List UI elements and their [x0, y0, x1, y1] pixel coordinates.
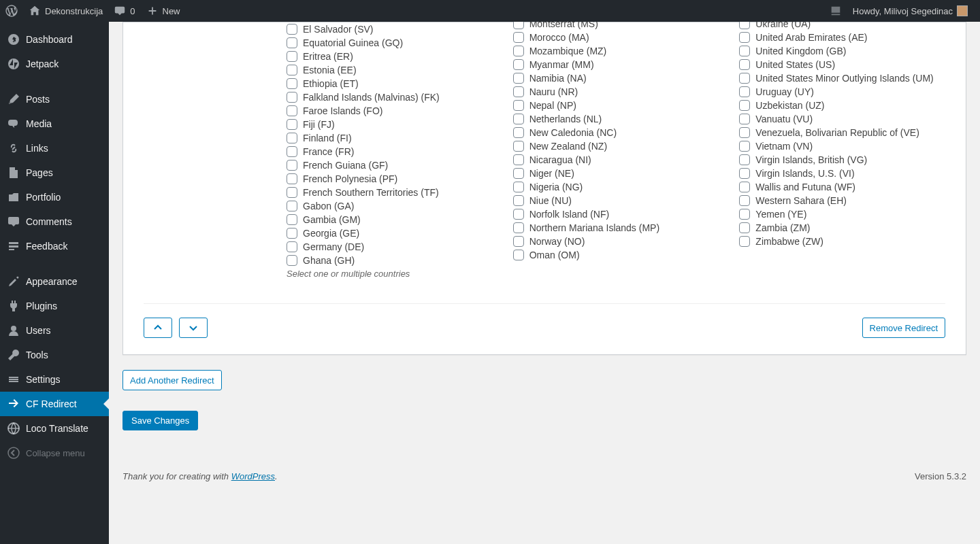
country-checkbox[interactable]: [739, 100, 750, 111]
country-checkbox-row[interactable]: United Arab Emirates (AE): [739, 31, 938, 44]
country-checkbox[interactable]: [513, 114, 524, 124]
add-another-redirect-button[interactable]: Add Another Redirect: [122, 370, 222, 390]
sidebar-item-tools[interactable]: Tools: [0, 343, 109, 367]
wordpress-link[interactable]: WordPress: [231, 471, 275, 481]
country-checkbox[interactable]: [287, 51, 297, 62]
country-checkbox-row[interactable]: Gabon (GA): [287, 199, 486, 213]
country-checkbox-row[interactable]: French Guiana (GF): [287, 158, 486, 172]
country-checkbox[interactable]: [739, 114, 750, 124]
country-checkbox[interactable]: [513, 222, 524, 233]
country-checkbox-row[interactable]: Finland (FI): [287, 131, 486, 145]
country-checkbox[interactable]: [287, 119, 297, 130]
country-checkbox-row[interactable]: France (FR): [287, 145, 486, 158]
country-checkbox-row[interactable]: Oman (OM): [513, 248, 713, 262]
country-checkbox[interactable]: [287, 92, 297, 103]
country-checkbox[interactable]: [287, 228, 297, 239]
country-checkbox-row[interactable]: Georgia (GE): [287, 226, 486, 240]
country-checkbox[interactable]: [513, 73, 524, 84]
country-checkbox-row[interactable]: Zimbabwe (ZW): [739, 235, 938, 248]
account-link[interactable]: Howdy, Milivoj Segedinac: [847, 0, 973, 22]
remove-redirect-button[interactable]: Remove Redirect: [862, 318, 945, 338]
sidebar-item-appearance[interactable]: Appearance: [0, 269, 109, 294]
sidebar-item-jetpack[interactable]: Jetpack: [0, 52, 109, 76]
country-checkbox-row[interactable]: Nicaragua (NI): [513, 153, 713, 167]
country-checkbox-row[interactable]: Virgin Islands, British (VG): [739, 153, 938, 167]
country-checkbox-row[interactable]: French Southern Territories (TF): [287, 186, 486, 199]
country-checkbox[interactable]: [513, 209, 524, 220]
country-checkbox[interactable]: [513, 32, 524, 43]
sidebar-item-links[interactable]: Links: [0, 136, 109, 160]
inbox-link[interactable]: [824, 0, 847, 22]
save-changes-button[interactable]: Save Changes: [122, 411, 198, 430]
country-checkbox[interactable]: [739, 182, 750, 192]
country-checkbox[interactable]: [513, 195, 524, 206]
country-checkbox[interactable]: [513, 86, 524, 97]
sidebar-item-portfolio[interactable]: Portfolio: [0, 185, 109, 209]
country-checkbox-row[interactable]: Norway (NO): [513, 235, 713, 248]
comments-link[interactable]: 0: [108, 0, 140, 22]
country-checkbox-row[interactable]: New Zealand (NZ): [513, 139, 713, 153]
country-checkbox[interactable]: [287, 24, 297, 35]
country-checkbox-row[interactable]: Niue (NU): [513, 194, 713, 207]
sidebar-item-pages[interactable]: Pages: [0, 160, 109, 185]
sidebar-item-posts[interactable]: Posts: [0, 87, 109, 112]
country-checkbox-row[interactable]: New Caledonia (NC): [513, 126, 713, 139]
country-checkbox[interactable]: [739, 127, 750, 138]
country-checkbox-row[interactable]: United Kingdom (GB): [739, 44, 938, 58]
country-checkbox[interactable]: [739, 209, 750, 220]
sidebar-item-settings[interactable]: Settings: [0, 367, 109, 392]
sidebar-item-collapse[interactable]: Collapse menu: [0, 441, 109, 465]
country-checkbox-row[interactable]: Yemen (YE): [739, 207, 938, 221]
country-checkbox[interactable]: [513, 46, 524, 56]
country-checkbox[interactable]: [513, 168, 524, 179]
sidebar-item-users[interactable]: Users: [0, 318, 109, 343]
sidebar-item-plugins[interactable]: Plugins: [0, 294, 109, 318]
country-checkbox[interactable]: [513, 250, 524, 260]
country-checkbox[interactable]: [287, 201, 297, 211]
country-checkbox-row[interactable]: Western Sahara (EH): [739, 194, 938, 207]
country-checkbox[interactable]: [513, 141, 524, 152]
sidebar-item-comments[interactable]: Comments: [0, 209, 109, 234]
country-checkbox[interactable]: [287, 65, 297, 75]
country-checkbox-row[interactable]: Fiji (FJ): [287, 118, 486, 131]
country-checkbox[interactable]: [287, 187, 297, 198]
country-checkbox[interactable]: [287, 255, 297, 266]
new-content-link[interactable]: New: [141, 0, 186, 22]
country-checkbox-row[interactable]: Norfolk Island (NF): [513, 207, 713, 221]
wp-logo[interactable]: [0, 0, 23, 22]
country-checkbox-row[interactable]: Ethiopia (ET): [287, 77, 486, 90]
sidebar-item-dashboard[interactable]: Dashboard: [0, 27, 109, 52]
move-up-button[interactable]: [144, 318, 172, 338]
country-checkbox[interactable]: [287, 214, 297, 225]
country-checkbox-row[interactable]: Wallis and Futuna (WF): [739, 180, 938, 194]
country-checkbox[interactable]: [513, 154, 524, 165]
country-checkbox[interactable]: [739, 154, 750, 165]
country-checkbox[interactable]: [739, 86, 750, 97]
country-checkbox[interactable]: [739, 222, 750, 233]
country-checkbox[interactable]: [739, 59, 750, 70]
country-checkbox[interactable]: [513, 100, 524, 111]
country-checkbox[interactable]: [739, 236, 750, 247]
country-checkbox-row[interactable]: Venezuela, Bolivarian Republic of (VE): [739, 126, 938, 139]
country-checkbox-row[interactable]: Myanmar (MM): [513, 58, 713, 71]
country-checkbox-row[interactable]: United States (US): [739, 58, 938, 71]
country-checkbox[interactable]: [287, 146, 297, 157]
country-checkbox[interactable]: [287, 241, 297, 252]
country-checkbox-row[interactable]: Northern Mariana Islands (MP): [513, 221, 713, 235]
country-checkbox[interactable]: [513, 127, 524, 138]
country-checkbox-row[interactable]: Nigeria (NG): [513, 180, 713, 194]
country-checkbox-row[interactable]: Nauru (NR): [513, 85, 713, 99]
move-down-button[interactable]: [179, 318, 208, 338]
country-checkbox[interactable]: [739, 168, 750, 179]
country-checkbox-row[interactable]: Mozambique (MZ): [513, 44, 713, 58]
country-checkbox[interactable]: [513, 236, 524, 247]
country-checkbox[interactable]: [513, 182, 524, 192]
sidebar-item-feedback[interactable]: Feedback: [0, 234, 109, 258]
country-checkbox-row[interactable]: Vanuatu (VU): [739, 112, 938, 126]
country-checkbox-row[interactable]: Eritrea (ER): [287, 50, 486, 63]
country-checkbox[interactable]: [287, 160, 297, 171]
country-checkbox-row[interactable]: Netherlands (NL): [513, 112, 713, 126]
country-checkbox-row[interactable]: Niger (NE): [513, 167, 713, 180]
country-checkbox[interactable]: [513, 59, 524, 70]
country-checkbox[interactable]: [739, 46, 750, 56]
